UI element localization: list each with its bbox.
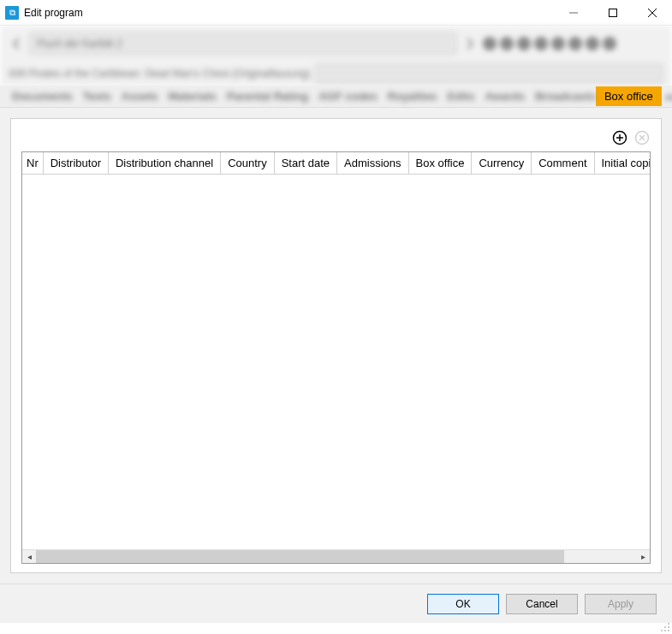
tab-blurred[interactable]: Broadcasts	[535, 90, 596, 103]
svg-rect-1	[610, 9, 617, 16]
horizontal-scrollbar[interactable]: ◂ ▸	[22, 549, 650, 563]
cancel-button[interactable]: Cancel	[506, 594, 578, 614]
scroll-left-icon[interactable]: ◂	[22, 550, 36, 564]
ok-button[interactable]: OK	[427, 594, 499, 614]
column-header[interactable]: Box office	[408, 152, 472, 175]
delete-row-button[interactable]	[633, 129, 651, 146]
tab-blurred[interactable]: AGF codes	[318, 90, 378, 103]
box-office-table[interactable]: NrDistributorDistribution channelCountry…	[22, 152, 650, 175]
svg-point-12	[664, 626, 666, 628]
window-title: Edit program	[24, 7, 83, 19]
svg-point-13	[668, 630, 669, 631]
tab-box-office[interactable]: Box office	[596, 86, 662, 106]
toolbar-icon[interactable]	[483, 37, 497, 50]
nav-forward-button[interactable]	[462, 33, 478, 55]
tab-scroll-left-icon[interactable]: ◂	[665, 91, 670, 103]
column-header[interactable]: Initial copies	[594, 152, 650, 175]
toolbar-icon[interactable]	[517, 37, 531, 50]
navigation-area: Fluch der Karibik 2 009 Pirates of the C…	[0, 26, 672, 86]
toolbar-icon[interactable]	[603, 37, 616, 50]
column-header[interactable]: Start date	[274, 152, 336, 175]
table-container: NrDistributorDistribution channelCountry…	[21, 151, 651, 564]
maximize-button[interactable]	[593, 0, 633, 26]
svg-point-10	[668, 623, 669, 625]
subtitle-label: 009 Pirates of the Caribbean: Dead Man's…	[9, 68, 310, 80]
column-header[interactable]: Currency	[472, 152, 532, 175]
toolbar-icon[interactable]	[586, 37, 599, 50]
column-header[interactable]: Distributor	[43, 152, 108, 175]
resize-grip-icon[interactable]	[660, 622, 670, 632]
tab-blurred[interactable]: Awards	[485, 90, 525, 103]
svg-point-14	[664, 630, 666, 631]
minimize-button[interactable]	[554, 0, 593, 26]
breadcrumb-value: Fluch der Karibik 2	[37, 38, 122, 50]
nav-back-button[interactable]	[9, 33, 24, 55]
subtitle-dropdown[interactable]	[315, 63, 663, 84]
svg-point-11	[668, 626, 669, 628]
column-header[interactable]: Comment	[532, 152, 594, 175]
footer-buttons: OK Cancel Apply	[0, 584, 672, 623]
box-office-panel: NrDistributorDistribution channelCountry…	[10, 118, 662, 573]
column-header[interactable]: Country	[221, 152, 275, 175]
column-header[interactable]: Admissions	[337, 152, 408, 175]
toolbar-icon[interactable]	[551, 37, 565, 50]
breadcrumb-dropdown[interactable]: Fluch der Karibik 2	[29, 33, 457, 55]
column-header[interactable]: Nr	[22, 152, 43, 175]
toolbar-icon[interactable]	[500, 37, 514, 50]
app-icon: ⧉	[5, 6, 19, 20]
apply-button[interactable]: Apply	[585, 594, 657, 614]
tab-blurred[interactable]: Texts	[83, 90, 111, 103]
tab-blurred[interactable]: Royalties	[388, 90, 437, 103]
column-header[interactable]: Distribution channel	[108, 152, 220, 175]
tab-blurred[interactable]: Parental Rating	[227, 90, 308, 103]
tab-blurred[interactable]: Materials	[168, 90, 216, 103]
scroll-right-icon[interactable]: ▸	[636, 550, 650, 564]
close-button[interactable]	[633, 0, 672, 26]
tab-blurred[interactable]: Assets	[122, 90, 158, 103]
toolbar-icon[interactable]	[568, 37, 582, 50]
scrollbar-track[interactable]	[36, 550, 636, 564]
svg-point-15	[661, 630, 663, 631]
tab-blurred[interactable]: Edits	[448, 90, 475, 103]
scrollbar-thumb[interactable]	[36, 550, 564, 564]
content-area: NrDistributorDistribution channelCountry…	[0, 108, 672, 584]
title-bar: ⧉ Edit program	[0, 0, 672, 26]
toolbar-icon[interactable]	[534, 37, 548, 50]
add-row-button[interactable]	[611, 129, 628, 146]
tabs-row: DocumentsTextsAssetsMaterialsParental Ra…	[0, 86, 672, 108]
tab-blurred[interactable]: Documents	[12, 90, 73, 103]
